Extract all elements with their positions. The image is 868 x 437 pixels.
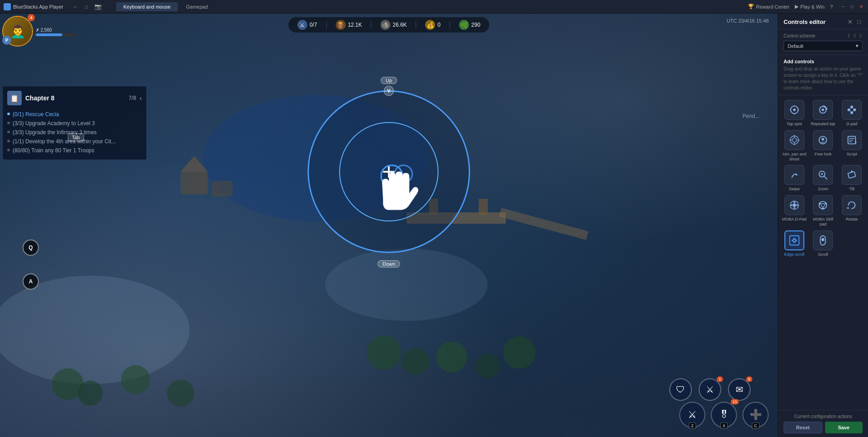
save-button[interactable]: Save (825, 422, 863, 433)
scheme-export-icon[interactable]: ⇩ (853, 33, 857, 39)
swipe-icon-box (784, 165, 804, 185)
svg-rect-72 (822, 238, 825, 241)
ctrl-tilt[interactable]: Tilt (839, 165, 864, 192)
script-icon (846, 134, 858, 146)
br-action-2[interactable]: ✉ 6 (728, 378, 751, 401)
ctrl-rotate[interactable]: Rotate (839, 195, 864, 227)
avatar-face: 👨‍🦱 (10, 24, 26, 39)
control-scheme-select[interactable]: Default ▾ (784, 41, 863, 51)
quest-collapse-btn[interactable]: ‹ (140, 94, 142, 102)
key-btn-a[interactable]: A (23, 273, 39, 290)
ctrl-moba-d-pad[interactable]: MOBA D-Pad (782, 195, 807, 227)
ctrl-tap-spot[interactable]: Tap spot (782, 100, 807, 127)
maximize-btn[interactable]: □ (849, 4, 855, 10)
svg-point-63 (825, 202, 827, 205)
controls-help-btn[interactable]: □ (855, 18, 863, 25)
add-controls-section: Add controls Drag and drop an action on … (778, 55, 868, 95)
ctrl-aim-pan-shoot[interactable]: Aim, pan and shoot (782, 130, 807, 162)
bra-2[interactable]: ➕ C (742, 402, 769, 428)
help-btn[interactable]: ? (830, 4, 833, 9)
resource-troops: ⚔ 0/7 (297, 20, 317, 30)
svg-point-62 (819, 202, 821, 205)
ctrl-d-pad[interactable]: D-pad (839, 100, 864, 127)
player-xp-label: ✗ 2,560 (36, 28, 76, 33)
aim-pan-shoot-icon (789, 134, 800, 146)
tap-spot-label: Tap spot (787, 122, 802, 127)
close-btn[interactable]: ✕ (858, 4, 864, 10)
scroll-icon-box (813, 230, 833, 250)
svg-marker-46 (796, 174, 798, 176)
quest-icon: 📋 (7, 91, 22, 105)
zoom-label: Zoom (818, 187, 828, 192)
reset-button[interactable]: Reset (784, 422, 822, 433)
ctrl-swipe[interactable]: Swipe (782, 165, 807, 192)
moba-skill-pad-icon-box (813, 195, 833, 215)
nav-home[interactable]: ⌂ (83, 2, 90, 11)
rotate-icon (846, 199, 858, 211)
main-content: 👨‍🦱 4 P ✗ 2,560 ⚔ 0/7 (0, 14, 868, 437)
edge-scroll-label: Edge scroll (784, 252, 805, 257)
ctrl-repeated-tap[interactable]: Repeated tap (811, 100, 836, 127)
reward-icon: 🏆 (748, 4, 754, 9)
free-look-icon-box (813, 130, 833, 150)
bra-1[interactable]: 🎖 15 X (711, 402, 737, 428)
svg-point-32 (850, 108, 853, 111)
bra-0[interactable]: ⚔ Z (679, 402, 705, 428)
ctrl-zoom[interactable]: Zoom (811, 165, 836, 192)
xp-bar (36, 33, 76, 36)
bra-badge-1: 15 (731, 399, 739, 404)
quest-item-1: (3/3) Upgrade Academy to Level 3 (7, 119, 142, 128)
controls-close-btn[interactable]: ✕ (846, 18, 854, 25)
dpad-down-badge: Down (378, 260, 400, 268)
br-btn-sword[interactable]: ⚔ (699, 378, 721, 401)
controls-grid: Tap spot Repeated tap (778, 95, 868, 262)
tab-gamepad[interactable]: Gamepad (179, 2, 215, 11)
svg-point-34 (792, 138, 796, 142)
svg-point-61 (821, 203, 825, 207)
svg-marker-53 (850, 170, 853, 172)
svg-rect-51 (848, 172, 856, 179)
current-config-label: Current configuration actions (784, 414, 863, 419)
nav-buttons: ← ⌂ 📷 (70, 2, 103, 11)
tab-key-label[interactable]: Tab (68, 133, 84, 141)
xp-bar-fill (36, 33, 62, 36)
free-look-icon (817, 134, 829, 146)
key-btn-q[interactable]: Q (23, 240, 39, 256)
quest-header: 📋 Chapter 8 7/8 ‹ (7, 91, 142, 105)
ctrl-moba-skill-pad[interactable]: MOBA Skill pad (811, 195, 836, 227)
ctrl-edge-scroll[interactable]: Edge scroll (782, 230, 807, 257)
nav-back[interactable]: ← (70, 2, 80, 11)
play-and-win[interactable]: ▶ Play & Win (795, 4, 825, 9)
game-area[interactable]: 👨‍🦱 4 P ✗ 2,560 ⚔ 0/7 (0, 14, 778, 437)
dpad-visual[interactable]: Up V + − Down (301, 72, 477, 271)
br-btn-mail[interactable]: ✉ (728, 378, 751, 401)
br-action-0[interactable]: 🛡 (669, 378, 692, 401)
reward-center[interactable]: 🏆 Reward Center (748, 4, 789, 9)
bra-key-z: Z (689, 423, 696, 429)
svg-point-22 (793, 108, 796, 111)
scheme-chevron-icon: ▾ (856, 43, 859, 49)
nav-screenshot[interactable]: 📷 (93, 2, 103, 11)
br-badge-2: 6 (746, 376, 752, 382)
sep2 (371, 21, 371, 28)
logo-icon (4, 3, 11, 10)
controls-header: Controls editor ✕ □ (778, 14, 868, 29)
scheme-icons: ⇪ ⇩ ⇧ (847, 33, 863, 39)
scheme-import-icon[interactable]: ⇪ (847, 33, 851, 39)
scheme-share-icon[interactable]: ⇧ (859, 33, 863, 39)
br-btn-shield[interactable]: 🛡 (669, 378, 692, 401)
ctrl-script[interactable]: Script (839, 130, 864, 162)
pend-text: Pend... (742, 113, 760, 119)
ctrl-free-look[interactable]: Free look (811, 130, 836, 162)
d-pad-label: D-pad (846, 122, 858, 127)
minimize-btn[interactable]: − (840, 4, 846, 10)
control-scheme-label: Control scheme ⇪ ⇩ ⇧ (784, 33, 863, 39)
stone-icon: 🪨 (380, 20, 390, 30)
ctrl-scroll[interactable]: Scroll (811, 230, 836, 257)
svg-marker-65 (847, 207, 849, 209)
br-action-1[interactable]: ⚔ 1 (699, 378, 721, 401)
d-pad-icon-box (842, 100, 862, 120)
tap-spot-icon (789, 104, 800, 116)
troops-value: 0/7 (309, 22, 317, 28)
tab-keyboard-mouse[interactable]: Keyboard and mouse (116, 2, 178, 11)
